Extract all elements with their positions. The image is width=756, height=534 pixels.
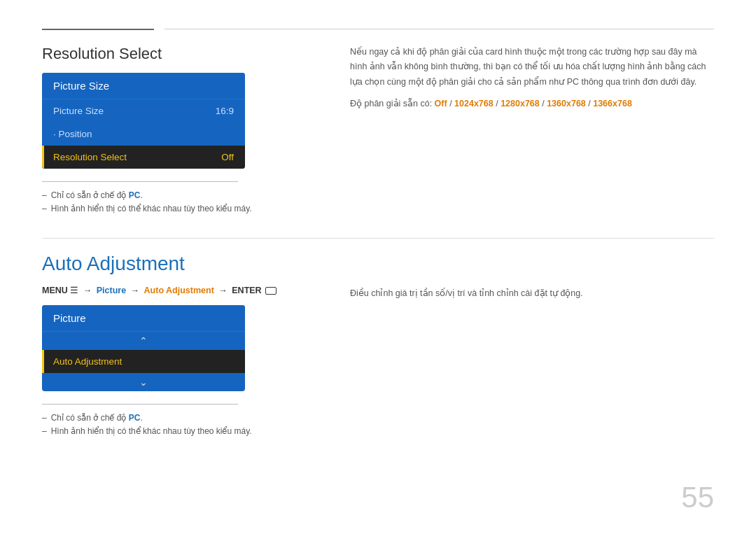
arrow-2: → [128,286,141,295]
top-rule-right [164,29,714,29]
auto-adj-note-2: – Hình ảnh hiển thị có thể khác nhau tùy… [42,426,308,436]
arrow-3: → [216,286,230,295]
auto-adjustment-title: Auto Adjustment [42,253,308,275]
menu-item-picture-size[interactable]: Picture Size 16:9 [42,99,245,122]
auto-adj-separator [42,404,238,405]
menu-item-off-value: Off [221,152,234,162]
note-bold-pc: PC [129,190,141,200]
auto-adjustment-section: Auto Adjustment MENU ☰ → Picture → Auto … [42,253,714,440]
res-1280: 1280x768 [500,99,540,108]
res-1366: 1366x768 [593,99,632,108]
chevron-up-icon: ⌃ [139,335,148,346]
chevron-down-icon: ⌄ [139,377,148,388]
auto-adjustment-menu-box: Picture ⌃ Auto Adjustment ⌄ [42,305,245,391]
resolution-note-1: – Chỉ có sẵn ở chế độ PC. [42,190,308,200]
page-number: 55 [681,481,714,514]
slash-1: / [447,99,454,108]
top-rule [42,28,714,31]
section-divider [42,238,714,239]
resolution-list-line: Độ phân giải sẵn có: Off / 1024x768 / 12… [350,97,714,111]
auto-adjustment-left: Auto Adjustment MENU ☰ → Picture → Auto … [42,253,308,440]
resolution-note-2: – Hình ảnh hiển thị có thể khác nhau tùy… [42,204,308,213]
res-off: Off [435,99,447,108]
chevron-up-row: ⌃ [42,332,245,350]
menu-item-resolution-select[interactable]: Resolution Select Off [42,146,245,169]
page-container: Resolution Select Picture Size Picture S… [0,0,756,534]
resolution-select-section: Resolution Select Picture Size Picture S… [42,45,714,217]
res-1024: 1024x768 [454,99,493,108]
enter-icon [265,287,276,295]
menu-item-value: 16:9 [216,106,234,116]
chevron-down-row: ⌄ [42,373,245,391]
arrow-1: → [80,286,94,295]
slash-3: / [540,99,547,108]
auto-adjustment-right: Điều chỉnh giá trị tần số/vị trí và tỉnh… [308,253,714,440]
menu-label: MENU [42,286,70,295]
auto-adjustment-item-label: Auto Adjustment [53,356,122,367]
menu-item-position[interactable]: · Position [42,122,245,146]
slash-4: / [586,99,593,108]
auto-adjustment-description: Điều chỉnh giá trị tần số/vị trí và tỉnh… [350,286,714,301]
note-bold-pc-2: PC [129,413,141,423]
resolution-select-left: Resolution Select Picture Size Picture S… [42,45,308,217]
menu-icon: ☰ [70,286,78,295]
resolution-prefix: Độ phân giải sẵn có: [350,99,435,108]
slash-2: / [493,99,500,108]
top-rule-left [42,29,154,30]
resolution-select-title: Resolution Select [42,45,308,63]
auto-adj-note-1: – Chỉ có sẵn ở chế độ PC. [42,413,308,423]
enter-label: ENTER [232,286,264,295]
resolution-separator [42,181,238,182]
res-1360: 1360x768 [547,99,586,108]
resolution-description: Nếu ngay cả khi độ phân giải của card hì… [350,45,714,90]
menu-item-label: Picture Size [53,106,104,116]
menu-path: MENU ☰ → Picture → Auto Adjustment → ENT… [42,285,308,295]
resolution-select-right: Nếu ngay cả khi độ phân giải của card hì… [308,45,714,217]
auto-adj-label: Auto Adjustment [144,286,214,295]
menu-item-label: · Position [53,129,92,139]
resolution-select-menu-box: Picture Size Picture Size 16:9 · Positio… [42,73,245,169]
picture-label: Picture [97,286,126,295]
menu-item-auto-adjustment[interactable]: Auto Adjustment [42,350,245,373]
picture-header: Picture [42,305,245,332]
picture-size-header: Picture Size [42,73,245,99]
menu-item-label: Resolution Select [53,152,127,162]
